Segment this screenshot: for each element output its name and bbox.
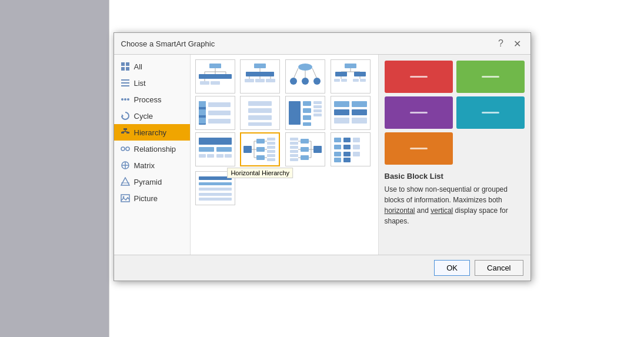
svg-rect-139 — [343, 145, 351, 149]
preview-block-orange — [385, 132, 453, 165]
svg-rect-58 — [354, 72, 366, 76]
sidebar-item-relationship[interactable]: Relationship — [114, 141, 190, 157]
svg-rect-96 — [216, 154, 223, 158]
thumb-hierarchy5[interactable] — [195, 96, 235, 130]
dash — [410, 148, 428, 149]
svg-point-52 — [302, 78, 309, 85]
svg-rect-33 — [209, 74, 221, 79]
svg-rect-134 — [334, 138, 341, 142]
svg-rect-88 — [352, 109, 367, 115]
svg-rect-66 — [208, 102, 231, 107]
svg-rect-80 — [303, 122, 311, 126]
sidebar-item-list[interactable]: List — [114, 75, 190, 91]
svg-rect-98 — [243, 146, 252, 153]
thumb-labeled-hierarchy[interactable] — [285, 59, 325, 94]
all-icon — [120, 61, 131, 72]
svg-rect-128 — [290, 138, 298, 141]
sidebar-item-pyramid[interactable]: Pyramid — [114, 173, 190, 190]
svg-rect-141 — [343, 158, 351, 162]
svg-rect-81 — [313, 101, 322, 104]
svg-rect-85 — [334, 101, 349, 107]
list-label: List — [134, 79, 146, 88]
ok-button[interactable]: OK — [434, 260, 470, 276]
svg-rect-143 — [353, 145, 360, 149]
svg-rect-2 — [121, 67, 125, 71]
svg-rect-11 — [124, 128, 127, 130]
svg-rect-112 — [267, 146, 275, 149]
svg-point-17 — [121, 147, 125, 151]
svg-rect-61 — [334, 79, 340, 82]
dialog-title: Choose a SmartArt Graphic — [121, 39, 215, 48]
svg-rect-36 — [200, 81, 209, 85]
sidebar-item-matrix[interactable]: Matrix — [114, 157, 190, 173]
svg-line-50 — [312, 68, 317, 79]
svg-rect-45 — [255, 79, 265, 82]
svg-rect-40 — [246, 72, 274, 76]
thumb-hierarchy9[interactable] — [195, 132, 235, 166]
svg-point-18 — [126, 147, 129, 151]
svg-point-8 — [124, 98, 126, 101]
thumb-tooltip: Horizontal Hierarchy — [227, 168, 293, 178]
thumb-horizontal-hierarchy[interactable]: Horizontal Hierarchy — [240, 132, 280, 166]
thumb-hierarchy13[interactable] — [195, 171, 235, 205]
svg-rect-57 — [335, 72, 347, 76]
matrix-icon — [120, 160, 131, 171]
svg-rect-115 — [267, 158, 275, 161]
svg-rect-44 — [245, 79, 254, 82]
svg-rect-133 — [290, 158, 298, 161]
sidebar-item-hierarchy[interactable]: Hierarchy — [114, 124, 190, 141]
picture-icon — [120, 193, 131, 203]
svg-rect-32 — [199, 74, 211, 79]
help-button[interactable]: ? — [495, 38, 507, 49]
thumb-hierarchy12[interactable] — [331, 132, 371, 166]
svg-point-51 — [290, 78, 297, 85]
thumb-org-chart[interactable] — [195, 59, 235, 94]
svg-rect-77 — [303, 101, 311, 106]
svg-rect-111 — [267, 142, 275, 145]
svg-rect-124 — [301, 155, 309, 160]
process-icon — [120, 94, 131, 105]
matrix-label: Matrix — [134, 161, 155, 170]
thumb-org-chart2[interactable] — [240, 59, 280, 94]
preview-block-purple — [385, 96, 453, 129]
cancel-button[interactable]: Cancel — [475, 260, 523, 276]
svg-rect-82 — [313, 105, 322, 108]
sidebar-item-all[interactable]: All — [114, 58, 190, 75]
svg-rect-38 — [254, 64, 266, 68]
sidebar-item-picture[interactable]: Picture — [114, 190, 190, 206]
svg-rect-73 — [248, 108, 272, 113]
svg-rect-148 — [199, 193, 232, 196]
svg-rect-123 — [301, 147, 309, 152]
sidebar: All List Process Cycle — [114, 55, 191, 255]
svg-rect-1 — [126, 62, 129, 66]
svg-rect-5 — [121, 82, 129, 84]
close-button[interactable]: ✕ — [512, 38, 523, 49]
svg-rect-0 — [121, 62, 125, 66]
dash — [482, 112, 499, 114]
thumb-hierarchy4[interactable] — [331, 59, 371, 94]
svg-rect-54 — [345, 64, 356, 68]
preview-block-teal — [456, 96, 525, 129]
svg-rect-67 — [208, 111, 231, 115]
svg-rect-70 — [199, 109, 206, 115]
svg-rect-104 — [256, 139, 265, 144]
svg-rect-138 — [343, 138, 351, 142]
list-icon — [120, 78, 131, 88]
thumb-hierarchy11[interactable] — [285, 132, 325, 166]
thumb-hierarchy7[interactable] — [285, 96, 325, 130]
sidebar-item-cycle[interactable]: Cycle — [114, 108, 190, 124]
relationship-icon — [120, 144, 131, 154]
sidebar-item-process[interactable]: Process — [114, 91, 190, 108]
svg-rect-76 — [289, 101, 301, 125]
thumb-hierarchy6[interactable] — [240, 96, 280, 130]
pyramid-icon — [120, 176, 131, 187]
svg-rect-62 — [341, 79, 347, 82]
svg-rect-122 — [301, 139, 309, 144]
svg-rect-110 — [267, 138, 275, 141]
thumb-hierarchy8[interactable] — [331, 96, 371, 130]
dash — [410, 112, 428, 114]
preview-description: Use to show non-sequential or grouped bl… — [385, 184, 525, 226]
svg-rect-95 — [207, 154, 214, 158]
middle-panel: Horizontal Hierarchy — [191, 55, 379, 255]
svg-rect-135 — [334, 145, 341, 149]
